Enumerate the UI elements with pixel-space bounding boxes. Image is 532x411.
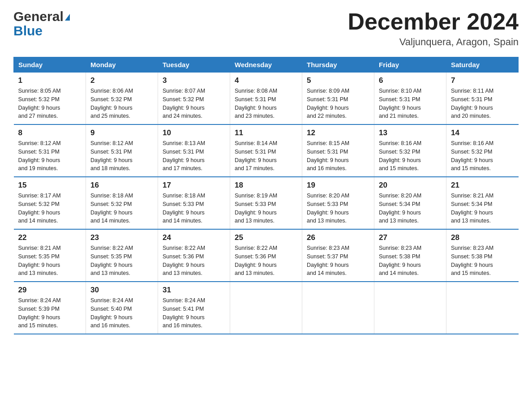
calendar-cell: 11 Sunrise: 8:14 AM Sunset: 5:31 PM Dayl… — [230, 124, 302, 177]
day-info: Sunrise: 8:24 AM Sunset: 5:39 PM Dayligh… — [18, 296, 82, 330]
calendar-cell: 10 Sunrise: 8:13 AM Sunset: 5:31 PM Dayl… — [158, 124, 230, 177]
calendar-week-2: 8 Sunrise: 8:12 AM Sunset: 5:31 PM Dayli… — [14, 124, 519, 177]
day-number: 26 — [307, 233, 369, 242]
day-number: 6 — [379, 76, 442, 85]
day-number: 4 — [235, 76, 297, 85]
logo-triangle-icon — [65, 14, 70, 21]
calendar-cell: 16 Sunrise: 8:18 AM Sunset: 5:32 PM Dayl… — [86, 177, 158, 229]
header-day-saturday: Saturday — [446, 57, 519, 73]
location-title: Valjunquera, Aragon, Spain — [348, 36, 519, 48]
calendar-cell: 17 Sunrise: 8:18 AM Sunset: 5:33 PM Dayl… — [158, 177, 230, 229]
calendar-cell: 4 Sunrise: 8:08 AM Sunset: 5:31 PM Dayli… — [230, 73, 302, 125]
day-number: 11 — [235, 128, 297, 137]
day-number: 13 — [379, 128, 442, 137]
day-info: Sunrise: 8:12 AM Sunset: 5:31 PM Dayligh… — [18, 139, 82, 173]
day-number: 8 — [18, 128, 82, 137]
calendar-cell — [302, 282, 374, 334]
day-number: 31 — [163, 286, 225, 295]
day-info: Sunrise: 8:09 AM Sunset: 5:31 PM Dayligh… — [307, 87, 369, 120]
calendar-cell: 13 Sunrise: 8:16 AM Sunset: 5:32 PM Dayl… — [374, 124, 446, 177]
calendar-cell — [374, 282, 446, 334]
month-title: December 2024 — [348, 9, 519, 34]
day-info: Sunrise: 8:16 AM Sunset: 5:32 PM Dayligh… — [451, 139, 514, 173]
day-number: 30 — [90, 286, 153, 295]
calendar-cell: 23 Sunrise: 8:22 AM Sunset: 5:35 PM Dayl… — [86, 229, 158, 282]
calendar-cell: 19 Sunrise: 8:20 AM Sunset: 5:33 PM Dayl… — [302, 177, 374, 229]
day-info: Sunrise: 8:21 AM Sunset: 5:34 PM Dayligh… — [451, 192, 514, 225]
calendar-cell: 12 Sunrise: 8:15 AM Sunset: 5:31 PM Dayl… — [302, 124, 374, 177]
logo-line1: General — [13, 9, 70, 24]
day-number: 1 — [18, 76, 82, 85]
calendar-cell: 30 Sunrise: 8:24 AM Sunset: 5:40 PM Dayl… — [86, 282, 158, 334]
calendar-cell — [446, 282, 519, 334]
day-info: Sunrise: 8:23 AM Sunset: 5:37 PM Dayligh… — [307, 244, 369, 278]
calendar-cell: 22 Sunrise: 8:21 AM Sunset: 5:35 PM Dayl… — [14, 229, 86, 282]
day-number: 3 — [163, 76, 225, 85]
day-info: Sunrise: 8:14 AM Sunset: 5:31 PM Dayligh… — [235, 139, 297, 173]
header-day-tuesday: Tuesday — [158, 57, 230, 73]
day-info: Sunrise: 8:17 AM Sunset: 5:32 PM Dayligh… — [18, 192, 82, 225]
day-number: 29 — [18, 286, 82, 295]
calendar-cell: 18 Sunrise: 8:19 AM Sunset: 5:33 PM Dayl… — [230, 177, 302, 229]
day-info: Sunrise: 8:08 AM Sunset: 5:31 PM Dayligh… — [235, 87, 297, 120]
day-info: Sunrise: 8:18 AM Sunset: 5:33 PM Dayligh… — [163, 192, 225, 225]
day-info: Sunrise: 8:20 AM Sunset: 5:33 PM Dayligh… — [307, 192, 369, 225]
logo-general-text: General — [13, 9, 64, 24]
logo-blue-text: Blue — [13, 23, 43, 39]
day-info: Sunrise: 8:21 AM Sunset: 5:35 PM Dayligh… — [18, 244, 82, 278]
day-info: Sunrise: 8:06 AM Sunset: 5:32 PM Dayligh… — [90, 87, 153, 120]
header-day-thursday: Thursday — [302, 57, 374, 73]
day-number: 28 — [451, 233, 514, 242]
day-number: 14 — [451, 128, 514, 137]
calendar-week-5: 29 Sunrise: 8:24 AM Sunset: 5:39 PM Dayl… — [14, 282, 519, 334]
day-info: Sunrise: 8:23 AM Sunset: 5:38 PM Dayligh… — [379, 244, 442, 278]
day-number: 21 — [451, 181, 514, 190]
calendar-cell: 29 Sunrise: 8:24 AM Sunset: 5:39 PM Dayl… — [14, 282, 86, 334]
day-info: Sunrise: 8:20 AM Sunset: 5:34 PM Dayligh… — [379, 192, 442, 225]
day-info: Sunrise: 8:19 AM Sunset: 5:33 PM Dayligh… — [235, 192, 297, 225]
day-number: 12 — [307, 128, 369, 137]
day-info: Sunrise: 8:12 AM Sunset: 5:31 PM Dayligh… — [90, 139, 153, 173]
day-info: Sunrise: 8:05 AM Sunset: 5:32 PM Dayligh… — [18, 87, 82, 120]
calendar-cell: 25 Sunrise: 8:22 AM Sunset: 5:36 PM Dayl… — [230, 229, 302, 282]
calendar-cell: 20 Sunrise: 8:20 AM Sunset: 5:34 PM Dayl… — [374, 177, 446, 229]
day-info: Sunrise: 8:16 AM Sunset: 5:32 PM Dayligh… — [379, 139, 442, 173]
day-number: 5 — [307, 76, 369, 85]
day-info: Sunrise: 8:22 AM Sunset: 5:35 PM Dayligh… — [90, 244, 153, 278]
day-info: Sunrise: 8:22 AM Sunset: 5:36 PM Dayligh… — [163, 244, 225, 278]
calendar-week-1: 1 Sunrise: 8:05 AM Sunset: 5:32 PM Dayli… — [14, 73, 519, 125]
day-number: 27 — [379, 233, 442, 242]
day-number: 25 — [235, 233, 297, 242]
calendar-cell: 28 Sunrise: 8:23 AM Sunset: 5:38 PM Dayl… — [446, 229, 519, 282]
calendar-cell: 26 Sunrise: 8:23 AM Sunset: 5:37 PM Dayl… — [302, 229, 374, 282]
calendar-cell: 21 Sunrise: 8:21 AM Sunset: 5:34 PM Dayl… — [446, 177, 519, 229]
calendar-cell — [230, 282, 302, 334]
day-number: 18 — [235, 181, 297, 190]
title-section: December 2024 Valjunquera, Aragon, Spain — [348, 9, 519, 48]
day-info: Sunrise: 8:22 AM Sunset: 5:36 PM Dayligh… — [235, 244, 297, 278]
day-info: Sunrise: 8:18 AM Sunset: 5:32 PM Dayligh… — [90, 192, 153, 225]
header-day-sunday: Sunday — [14, 57, 86, 73]
day-number: 19 — [307, 181, 369, 190]
calendar-cell: 6 Sunrise: 8:10 AM Sunset: 5:31 PM Dayli… — [374, 73, 446, 125]
calendar-table: SundayMondayTuesdayWednesdayThursdayFrid… — [13, 57, 519, 334]
calendar-week-3: 15 Sunrise: 8:17 AM Sunset: 5:32 PM Dayl… — [14, 177, 519, 229]
day-number: 7 — [451, 76, 514, 85]
calendar-cell: 27 Sunrise: 8:23 AM Sunset: 5:38 PM Dayl… — [374, 229, 446, 282]
day-number: 16 — [90, 181, 153, 190]
calendar-cell: 14 Sunrise: 8:16 AM Sunset: 5:32 PM Dayl… — [446, 124, 519, 177]
day-number: 23 — [90, 233, 153, 242]
day-number: 2 — [90, 76, 153, 85]
day-number: 15 — [18, 181, 82, 190]
day-number: 9 — [90, 128, 153, 137]
calendar-cell: 24 Sunrise: 8:22 AM Sunset: 5:36 PM Dayl… — [158, 229, 230, 282]
calendar-cell: 31 Sunrise: 8:24 AM Sunset: 5:41 PM Dayl… — [158, 282, 230, 334]
calendar-cell: 5 Sunrise: 8:09 AM Sunset: 5:31 PM Dayli… — [302, 73, 374, 125]
day-info: Sunrise: 8:24 AM Sunset: 5:41 PM Dayligh… — [163, 296, 225, 330]
day-number: 17 — [163, 181, 225, 190]
day-info: Sunrise: 8:23 AM Sunset: 5:38 PM Dayligh… — [451, 244, 514, 278]
day-number: 20 — [379, 181, 442, 190]
day-info: Sunrise: 8:15 AM Sunset: 5:31 PM Dayligh… — [307, 139, 369, 173]
day-info: Sunrise: 8:10 AM Sunset: 5:31 PM Dayligh… — [379, 87, 442, 120]
day-info: Sunrise: 8:13 AM Sunset: 5:31 PM Dayligh… — [163, 139, 225, 173]
